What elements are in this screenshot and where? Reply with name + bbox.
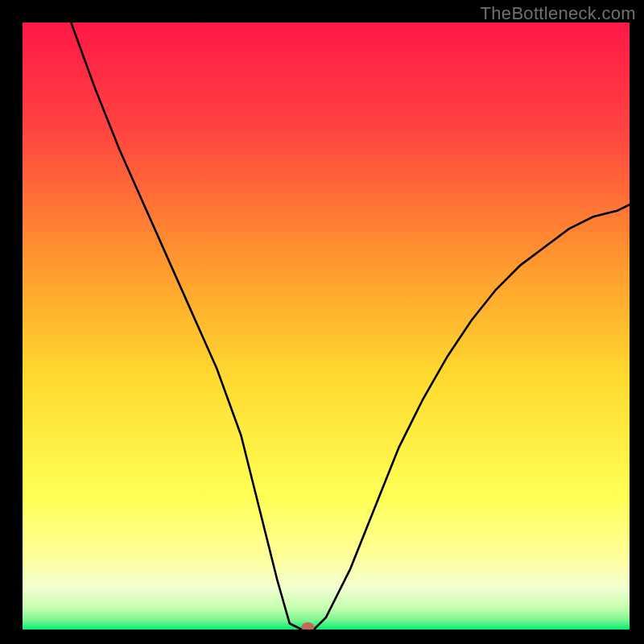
chart-frame: TheBottleneck.com bbox=[0, 0, 644, 644]
gradient-background bbox=[23, 23, 630, 630]
bottleneck-chart bbox=[23, 23, 630, 630]
watermark-text: TheBottleneck.com bbox=[481, 3, 636, 24]
